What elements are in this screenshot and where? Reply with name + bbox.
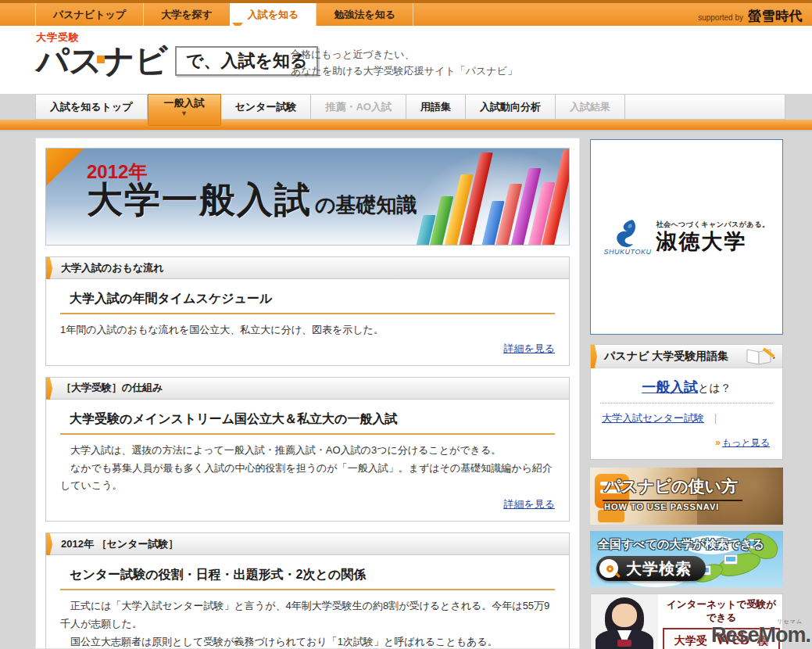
supported-by-label: supported by: [698, 13, 743, 22]
orange-accent-icon: [46, 533, 52, 555]
search-button-label: 大学検索: [626, 558, 692, 579]
ad-slogan: 社会へつづくキャンパスがある。: [656, 220, 769, 230]
shukutoku-university-ad[interactable]: SHUKUTOKU 社会へつづくキャンパスがある。 淑徳大学: [590, 139, 783, 335]
article-heading: 大学入試の年間タイムスケジュール: [60, 289, 555, 314]
orange-accent-icon: [46, 378, 52, 400]
see-more-link[interactable]: もっと見る: [722, 437, 770, 448]
passnavi-logo: パスナビ: [36, 45, 167, 77]
ad-university-name: 淑徳大学: [656, 230, 769, 254]
howto-subtitle: HOW TO USE PASSNAVI: [604, 502, 719, 511]
article-heading: 大学受験のメインストリーム国公立大＆私立大の一般入試: [60, 410, 555, 435]
section-header-label: 大学入試のおもな流れ: [61, 261, 164, 275]
shukutoku-logo-icon: [612, 218, 643, 249]
subtab-exam-results: 入試結果: [556, 95, 625, 119]
section-exam-system: ［大学受験］の仕組み 大学受験のメインストリーム国公立大＆私立大の一般入試 大学…: [45, 377, 570, 522]
supported-by: supported by 螢雪時代: [698, 7, 803, 25]
section-header: 2012年 ［センター試験］: [46, 533, 569, 555]
site-logo[interactable]: 大学受験 パスナビ で、入試を知る: [36, 30, 318, 77]
search-icon: [606, 565, 613, 572]
detail-link[interactable]: 詳細を見る: [503, 498, 555, 510]
subtab-recommendation-ao: 推薦・AO入試: [311, 95, 406, 119]
main-content: 2012年 大学一般入試 の基礎知識 大学入試のおもな流れ 大学入試の年間タイム…: [35, 138, 580, 649]
glossary-term-suffix: とは？: [698, 382, 732, 394]
orange-accent-icon: [46, 257, 52, 279]
site-header: 大学受験 パスナビ で、入試を知る 合格にもっと近づきたい、 あなたを助ける大学…: [0, 26, 812, 94]
bar-chart-graphic: [417, 148, 570, 246]
section-header-label: ［大学受験］の仕組み: [61, 381, 163, 395]
top-tab-passnavi-top[interactable]: パスナビトップ: [35, 3, 143, 26]
search-icon-circle: [599, 559, 618, 578]
article-text: 正式には「大学入試センター試験」と言うが、4年制大学受験生の約8割が受けるとされ…: [60, 597, 555, 633]
subtab-center-exam[interactable]: センター試験: [221, 95, 312, 119]
detail-link[interactable]: 詳細を見る: [503, 342, 555, 354]
section-tab-bar: 入試を知るトップ 一般入試 ▼ センター試験 推薦・AO入試 用語集 入試動向分…: [35, 94, 785, 120]
section-center-exam: 2012年 ［センター試験］ センター試験の役割・日程・出題形式・2次との関係 …: [45, 532, 570, 649]
subtab-general-exam[interactable]: 一般入試 ▼: [148, 94, 221, 126]
subtab-trend-analysis[interactable]: 入試動向分析: [466, 95, 556, 119]
article-text: 1年間の入試のおもな流れを国公立大、私立大に分け、図表を示した。: [60, 321, 555, 339]
article-text: なかでも募集人員が最も多く入試の中心的役割を担うのが「一般入試」。まずはその基礎…: [60, 460, 555, 496]
subtab-glossary[interactable]: 用語集: [406, 95, 466, 119]
top-tabs: パスナビトップ 大学を探す 入試を知る 勉強法を知る: [35, 3, 413, 26]
corner-fold-icon: [46, 149, 84, 186]
chevron-right-icon: »: [715, 437, 721, 448]
glossary-center-exam-link[interactable]: 大学入試センター試験: [602, 412, 704, 424]
search-catchcopy: 全国すべての大学が検索できる: [598, 537, 764, 552]
article-text: 大学入試は、選抜の方法によって一般入試・推薦入試・AO入試の3つに分けることがで…: [60, 442, 555, 460]
keisetsu-jidai-logo[interactable]: 螢雪時代: [748, 7, 803, 25]
section-header-label: 2012年 ［センター試験］: [61, 537, 178, 551]
section-header: ［大学受験］の仕組み: [46, 378, 569, 400]
monitor-icon: [724, 554, 738, 565]
shukutoku-romaji: SHUKUTOKU: [604, 248, 652, 256]
ribbon-bow-icon: [617, 640, 631, 647]
glossary-book-icon: [745, 347, 776, 366]
site-tagline: 合格にもっと近づきたい、 あなたを助ける大学受験応援サイト「パスナビ」: [291, 46, 517, 80]
caret-down-icon: ▼: [181, 111, 188, 117]
mock-prefix: 大学受験: [669, 634, 713, 649]
glossary-title: パスナビ 大学受験用語集: [604, 350, 728, 364]
orange-book-icon: [598, 510, 624, 522]
subtab-general-exam-label: 一般入試: [164, 96, 205, 110]
hero-banner: 2012年 大学一般入試 の基礎知識: [45, 148, 570, 246]
banner-subtitle: の基礎知識: [315, 192, 417, 219]
japan-map-graphic: [716, 550, 763, 579]
divider: ｜: [710, 412, 721, 424]
resemom-logo: ReseMom.: [711, 626, 810, 644]
tagline-line1: 合格にもっと近づきたい、: [291, 46, 517, 63]
article-text: 国公立大志願者は原則として受験が義務づけられており「1次試験」と呼ばれることもあ…: [60, 633, 555, 649]
tagline-line2: あなたを助ける大学受験応援サイト「パスナビ」: [291, 63, 517, 79]
top-tab-study-methods[interactable]: 勉強法を知る: [316, 3, 413, 26]
logo-orange-square-icon: [97, 56, 105, 63]
howto-title: パスナビの使い方: [603, 475, 742, 501]
orange-accent-icon: [591, 345, 597, 368]
glossary-term-link[interactable]: 一般入試: [642, 379, 698, 395]
student-photo: [591, 594, 658, 649]
article-heading: センター試験の役割・日程・出題形式・2次との関係: [60, 565, 555, 590]
glossary-box: パスナビ 大学受験用語集 一般入試とは？ 大学入試センター試験｜ »もっと見る: [590, 344, 783, 460]
section-exam-flow: 大学入試のおもな流れ 大学入試の年間タイムスケジュール 1年間の入試のおもな流れ…: [45, 256, 570, 366]
university-search-banner[interactable]: 全国すべての大学が検索できる 大学検索: [590, 531, 783, 587]
top-navigation-bar: パスナビトップ 大学を探す 入試を知る 勉強法を知る supported by …: [0, 0, 812, 26]
top-tab-find-university[interactable]: 大学を探す: [143, 3, 230, 26]
section-header: 大学入試のおもな流れ: [46, 257, 569, 279]
sidebar: SHUKUTOKU 社会へつづくキャンパスがある。 淑徳大学 パスナビ 大学受験…: [590, 139, 783, 649]
howto-banner[interactable]: パスナビの使い方 HOW TO USE PASSNAVI: [590, 468, 783, 525]
banner-title: 大学一般入試: [87, 181, 312, 217]
orange-divider-bar: [0, 120, 812, 131]
resemom-watermark: リセマム ReseMom.: [711, 618, 810, 644]
university-search-button[interactable]: 大学検索: [596, 556, 706, 581]
subtab-know-exams-top[interactable]: 入試を知るトップ: [36, 95, 148, 119]
